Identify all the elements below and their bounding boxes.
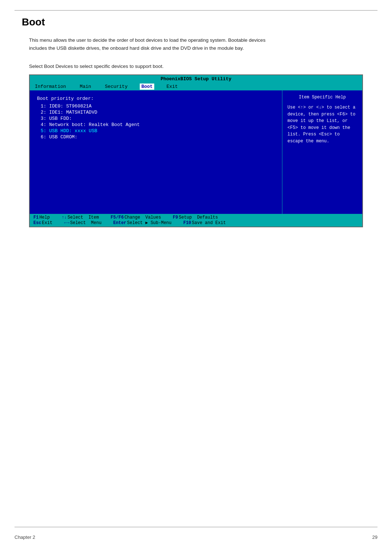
nav-information[interactable]: Information [33,84,68,90]
help-title: Item Specific Help [287,95,357,100]
bios-body: Boot priority order: 1: IDE0: ST960821A … [30,90,362,214]
boot-item-3[interactable]: 3: USB FDD: [41,116,275,121]
boot-item-4[interactable]: 4: Network boot: Realtek Boot Agent [41,122,275,127]
footer-updown-key: ↑↓ [62,215,67,220]
sub-description: Select Boot Devices to select specific d… [29,64,164,69]
boot-item-5[interactable]: 5: USB HDD: xxxx USB [41,128,275,134]
bios-left-panel: Boot priority order: 1: IDE0: ST960821A … [30,90,282,214]
footer-f10-key: F10 [183,220,191,225]
page-footer: Chapter 2 29 [15,534,377,540]
nav-main[interactable]: Main [78,84,93,90]
footer-select-item-label: Select Item [68,215,104,220]
description-line2: includes the USB diskette drives, the on… [29,45,244,51]
footer-change-values-label: Change Values [124,215,166,220]
nav-boot[interactable]: Boot [140,84,154,90]
chapter-label: Chapter 2 [15,534,35,540]
boot-item-6[interactable]: 6: USB CDROM: [41,134,275,140]
footer-setup-defaults-label: Setup Defaults [179,215,218,220]
footer-esc-key: Esc [33,220,41,225]
bottom-rule [15,527,377,527]
nav-security[interactable]: Security [103,84,129,90]
top-rule [15,10,377,11]
bios-footer: F1 Help ↑↓ Select Item F5/F6 Change Valu… [30,214,362,227]
help-text: Use <↑> or <↓> to select a device, then … [287,104,357,145]
page-number: 29 [372,534,377,540]
footer-f1-key: F1 [33,215,38,220]
footer-enter-key: Enter [113,220,126,225]
footer-row-1: F1 Help ↑↓ Select Item F5/F6 Change Valu… [33,215,359,220]
boot-item-2[interactable]: 2: IDE1: MATSHITADVD [41,110,275,115]
footer-leftright-key: ←→ [64,220,69,225]
bios-titlebar: PhoenixBIOS Setup Utility [30,75,362,83]
footer-f1-label: Help [39,215,55,220]
boot-priority-label: Boot priority order: [37,96,275,101]
footer-f5f6-key: F5/F6 [111,215,124,220]
footer-select-menu-label: Select Menu [70,220,107,225]
footer-f9-key: F9 [173,215,178,220]
footer-save-exit-label: Save and Exit [192,220,226,225]
bios-right-panel: Item Specific Help Use <↑> or <↓> to sel… [282,90,362,214]
boot-item-1[interactable]: 1: IDE0: ST960821A [41,103,275,109]
description-line1: This menu allows the user to decide the … [29,37,265,43]
bios-navbar: Information Main Security Boot Exit [30,83,362,90]
nav-exit[interactable]: Exit [165,84,179,90]
bios-container: PhoenixBIOS Setup Utility Information Ma… [29,74,363,227]
description: This menu allows the user to decide the … [29,36,363,52]
footer-select-submenu-label: Select ▶ Sub-Menu [127,220,177,225]
footer-exit-label: Exit [42,220,58,225]
page-title: Boot [22,16,45,28]
footer-row-2: Esc Exit ←→ Select Menu Enter Select ▶ S… [33,220,359,225]
